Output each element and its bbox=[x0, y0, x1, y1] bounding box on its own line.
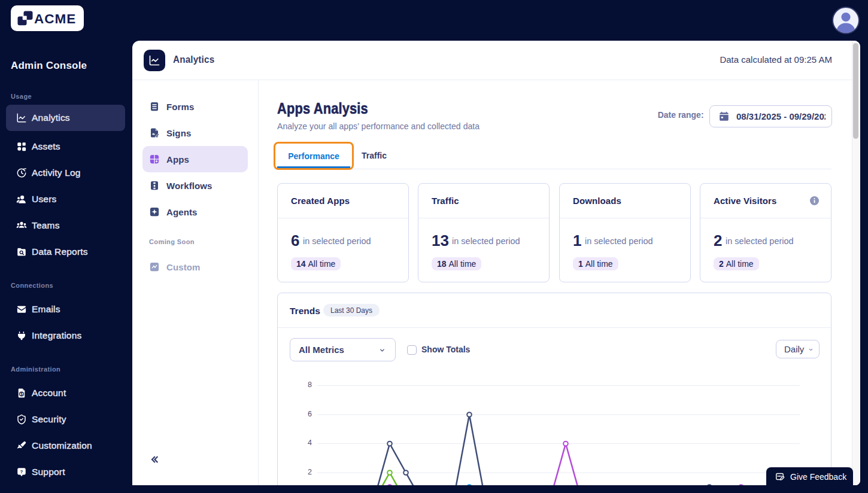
svg-text:$: $ bbox=[20, 392, 23, 397]
svg-text:?: ? bbox=[20, 469, 23, 474]
